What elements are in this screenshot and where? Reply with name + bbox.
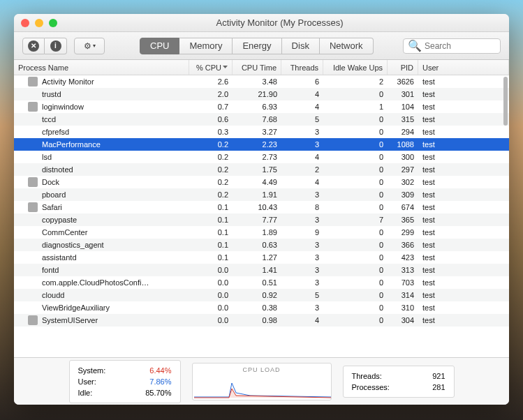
window-title: Activity Monitor (My Processes) [57,17,502,28]
process-icon [28,202,38,212]
tab-cpu[interactable]: CPU [140,38,179,54]
process-threads: 3 [281,216,323,224]
idle-value: 85.70% [145,387,171,398]
process-idle: 0 [323,253,388,262]
table-row[interactable]: Dock0.24.4940302test [14,176,509,188]
gear-icon: ⚙ [84,41,91,51]
table-row[interactable]: copypaste0.17.7737365test [14,213,509,226]
process-idle: 2 [323,77,388,86]
process-name: distnoted [42,165,73,174]
process-name: assistantd [42,253,77,262]
process-table[interactable]: Activity Monitor2.63.48623626testtrustd2… [14,75,509,357]
process-user: test [418,77,509,86]
stop-process-button[interactable]: ✕ [22,38,45,54]
table-row[interactable]: fontd0.01.4130313test [14,264,509,276]
process-user: test [418,190,509,199]
process-pid: 309 [388,190,418,199]
process-pid: 423 [388,253,418,262]
col-process-name[interactable]: Process Name [14,60,189,75]
process-user: test [418,216,509,224]
threads-label: Threads: [352,370,382,382]
chevron-down-icon: ▾ [93,43,96,49]
tab-memory[interactable]: Memory [179,38,233,54]
process-cpu: 0.2 [189,140,233,149]
process-time: 2.23 [233,140,281,149]
titlebar: Activity Monitor (My Processes) [14,14,509,32]
process-pid: 297 [388,165,418,174]
process-name: cfprefsd [42,128,69,136]
process-name: trustd [42,90,61,98]
process-time: 1.41 [233,266,281,274]
process-name: com.apple.CloudPhotosConfi… [42,278,149,287]
process-icon [28,177,38,187]
process-idle: 0 [323,140,388,149]
process-threads: 3 [281,190,323,199]
toolbar: ✕ i ⚙ ▾ CPU Memory Energy Disk Network 🔍 [14,32,509,60]
table-row[interactable]: tccd0.67.6850315test [14,113,509,126]
process-idle: 0 [323,278,388,287]
tab-network[interactable]: Network [320,38,374,54]
table-row[interactable]: assistantd0.11.2730423test [14,251,509,264]
process-threads: 9 [281,228,323,237]
process-name: pboard [42,190,66,199]
col-user[interactable]: User [418,60,509,75]
table-row[interactable]: com.apple.CloudPhotosConfi…0.00.5130703t… [14,276,509,289]
table-row[interactable]: ViewBridgeAuxiliary0.00.3830310test [14,301,509,314]
search-input[interactable] [425,41,496,51]
process-cpu: 0.0 [189,291,233,299]
process-user: test [418,316,509,324]
table-row[interactable]: Activity Monitor2.63.48623626test [14,75,509,88]
col-cpu-time[interactable]: CPU Time [233,60,281,75]
footer: System:6.44% User:7.86% Idle:85.70% CPU … [14,357,509,405]
process-user: test [418,228,509,237]
col-idle-wakeups[interactable]: Idle Wake Ups [323,60,388,75]
process-time: 0.63 [233,241,281,249]
process-threads: 2 [281,165,323,174]
process-threads: 3 [281,303,323,312]
col-pid[interactable]: PID [388,60,418,75]
process-idle: 0 [323,266,388,274]
user-label: User: [78,376,96,387]
table-row[interactable]: lsd0.22.7340300test [14,151,509,163]
table-row[interactable]: loginwindow0.76.9341104test [14,100,509,113]
minimize-button[interactable] [35,19,43,27]
process-name: loginwindow [42,103,84,111]
process-time: 6.93 [233,103,281,111]
col-threads[interactable]: Threads [281,60,323,75]
processes-value: 281 [432,382,445,393]
search-field[interactable]: 🔍 [403,38,501,54]
process-name: fontd [42,266,59,274]
process-name: MacPerformance [42,140,101,149]
process-cpu: 0.1 [189,228,233,237]
table-row[interactable]: trustd2.021.9040301test [14,88,509,100]
table-row[interactable]: cloudd0.00.9250314test [14,289,509,301]
process-threads: 3 [281,241,323,249]
table-row[interactable]: cfprefsd0.33.2730294test [14,126,509,138]
process-threads: 4 [281,90,323,98]
tab-disk[interactable]: Disk [282,38,320,54]
process-time: 0.92 [233,291,281,299]
table-row[interactable]: SystemUIServer0.00.9840304test [14,314,509,327]
table-row[interactable]: pboard0.21.9130309test [14,188,509,201]
process-name: tccd [42,115,56,123]
tab-energy[interactable]: Energy [233,38,281,54]
process-user: test [418,241,509,249]
process-user: test [418,266,509,274]
close-button[interactable] [21,19,29,27]
process-threads: 3 [281,266,323,274]
table-row[interactable]: distnoted0.21.7520297test [14,163,509,176]
col-cpu[interactable]: % CPU [189,60,233,75]
table-row[interactable]: CommCenter0.11.8990299test [14,226,509,239]
user-value: 7.86% [149,376,171,387]
process-cpu: 0.2 [189,190,233,199]
idle-label: Idle: [78,387,93,398]
info-button[interactable]: i [45,38,67,54]
process-pid: 302 [388,178,418,186]
table-row[interactable]: diagnostics_agent0.10.6330366test [14,239,509,251]
scrollbar[interactable] [503,77,508,126]
count-summary-panel: Threads:921 Processes:281 [343,366,455,398]
gear-menu-button[interactable]: ⚙ ▾ [74,38,105,54]
zoom-button[interactable] [49,19,57,27]
table-row[interactable]: MacPerformance0.22.23301088test [14,138,509,151]
table-row[interactable]: Safari0.110.4380674test [14,201,509,213]
